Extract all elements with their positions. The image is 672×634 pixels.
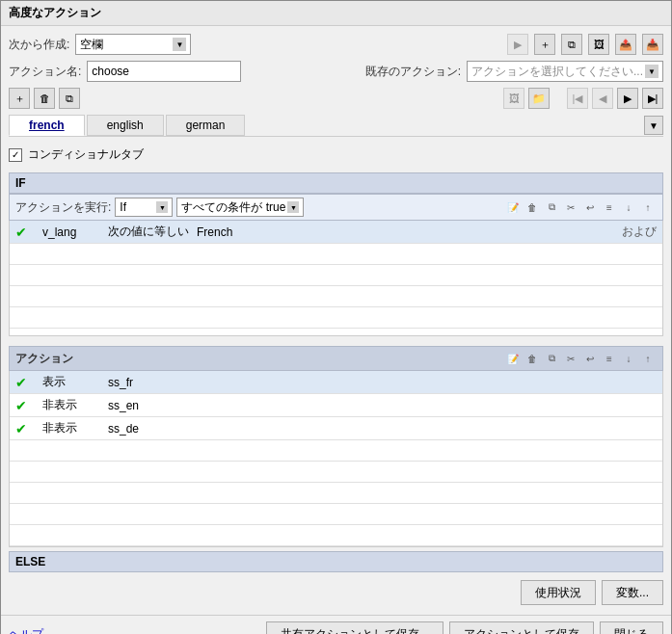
existing-action-select[interactable]: アクションを選択してください... ▼ [467, 61, 663, 82]
if-select-arrow[interactable]: ▼ [156, 201, 168, 213]
else-bar: ELSE [9, 551, 663, 572]
from-create-field: 次から作成: 空欄 ▼ [9, 34, 191, 55]
action-action-1: 非表示 [42, 397, 100, 413]
action-copy-icon[interactable]: ⧉ [543, 350, 560, 367]
usage-btn[interactable]: 使用状況 [521, 580, 596, 605]
tab-french[interactable]: french [9, 115, 85, 136]
action-up-icon[interactable]: ↑ [639, 350, 657, 367]
if-undo-icon[interactable]: ↩ [581, 198, 599, 216]
tab-english[interactable]: english [87, 115, 164, 136]
action-delete-icon[interactable]: 🗑 [524, 350, 541, 367]
top-right-icons: ▶ ＋ ⧉ 🖼 📤 📥 [507, 34, 663, 55]
if-cut-icon[interactable]: ✂ [562, 198, 579, 216]
variables-btn[interactable]: 変数... [602, 580, 663, 605]
action-header-row: アクション 📝 🗑 ⧉ ✂ ↩ ≡ ↓ ↑ [9, 346, 663, 371]
if-select[interactable]: If ▼ [115, 198, 173, 217]
action-check-1: ✔ [15, 398, 35, 413]
if-condition: 次の値に等しい [108, 224, 189, 240]
if-data-row: ✔ v_lang 次の値に等しい French および [10, 221, 662, 244]
if-empty-3 [10, 286, 662, 307]
add-icon-btn[interactable]: ＋ [534, 34, 555, 55]
tab-german[interactable]: german [166, 115, 246, 136]
play-icon-btn[interactable]: ▶ [507, 34, 528, 55]
action-check-0: ✔ [15, 375, 35, 390]
action-empty-4 [10, 504, 662, 525]
bottom-bar: ヘルプ... 共有アクションとして保存... アクションとして保存 閉じる [1, 615, 671, 634]
toolbar-row: ＋ 🗑 ⧉ 🖼 📁 |◀ ◀ ▶ ▶| [9, 88, 663, 109]
export-icon-btn[interactable]: 📤 [615, 34, 636, 55]
condition-select-arrow[interactable]: ▼ [287, 201, 299, 213]
add-toolbar-btn[interactable]: ＋ [9, 88, 30, 109]
save-shared-btn[interactable]: 共有アクションとして保存... [266, 621, 444, 634]
from-create-label: 次から作成: [9, 37, 69, 53]
action-indent-icon[interactable]: ≡ [601, 350, 618, 367]
action-empty-3 [10, 483, 662, 504]
toolbar-right: 🖼 📁 |◀ ◀ ▶ ▶| [503, 88, 663, 109]
if-header: IF [9, 172, 663, 194]
action-down-icon[interactable]: ↓ [620, 350, 637, 367]
existing-action-label: 既存のアクション: [365, 64, 461, 80]
tab-dropdown-arrow[interactable]: ▼ [644, 116, 663, 135]
if-check: ✔ [15, 225, 35, 240]
next-btn[interactable]: ▶ [617, 88, 638, 109]
action-cut-icon[interactable]: ✂ [562, 350, 579, 367]
if-field: v_lang [42, 225, 100, 239]
if-value: French [197, 225, 232, 239]
last-btn[interactable]: ▶| [642, 88, 663, 109]
action-row-2: ✔ 非表示 ss_de [10, 417, 662, 440]
action-row-1: ✔ 非表示 ss_en [10, 394, 662, 417]
if-add-icon[interactable]: 📝 [504, 198, 522, 216]
folder-toolbar-btn[interactable]: 📁 [528, 88, 550, 109]
save-btn[interactable]: アクションとして保存 [449, 621, 594, 634]
if-section: IF アクションを実行: If ▼ すべての条件が true ▼ 📝 🗑 ⧉ ✂ [9, 172, 663, 336]
content-area: 次から作成: 空欄 ▼ ▶ ＋ ⧉ 🖼 📤 📥 アクション名: 既存のアクション… [1, 26, 671, 615]
action-value-2: ss_de [108, 422, 139, 436]
action-add-icon[interactable]: 📝 [504, 350, 522, 367]
actions-label: アクション [15, 351, 73, 367]
action-value-1: ss_en [108, 399, 139, 412]
if-delete-icon[interactable]: 🗑 [524, 198, 541, 216]
img-icon-btn[interactable]: 🖼 [588, 34, 609, 55]
dialog: 高度なアクション 次から作成: 空欄 ▼ ▶ ＋ ⧉ 🖼 📤 📥 アクション名: [0, 0, 672, 634]
conditional-label: コンディショナルタブ [28, 146, 144, 163]
first-btn[interactable]: |◀ [567, 88, 588, 109]
action-action-2: 非表示 [42, 420, 100, 436]
if-copy-icon[interactable]: ⧉ [543, 198, 560, 216]
conditional-checkbox[interactable]: ✓ [9, 148, 22, 162]
action-config-row: アクションを実行: If ▼ すべての条件が true ▼ 📝 🗑 ⧉ ✂ ↩ … [9, 194, 663, 221]
close-btn[interactable]: 閉じる [600, 621, 663, 634]
if-row-icons: 📝 🗑 ⧉ ✂ ↩ ≡ ↓ ↑ [504, 198, 657, 216]
image-toolbar-btn[interactable]: 🖼 [503, 88, 524, 109]
action-empty-5 [10, 525, 662, 546]
action-action-0: 表示 [42, 374, 100, 390]
action-name-input[interactable] [87, 61, 241, 82]
if-empty-4 [10, 307, 662, 329]
from-create-value: 空欄 [80, 37, 171, 53]
if-up-icon[interactable]: ↑ [639, 198, 657, 216]
action-undo-icon[interactable]: ↩ [581, 350, 599, 367]
action-name-label: アクション名: [9, 64, 81, 80]
if-empty-1 [10, 244, 662, 265]
import-icon-btn[interactable]: 📥 [642, 34, 663, 55]
copy2-icon-btn[interactable]: ⧉ [561, 34, 582, 55]
title-bar: 高度なアクション [1, 1, 671, 26]
condition-select[interactable]: すべての条件が true ▼ [176, 198, 304, 217]
if-and-label: および [622, 224, 657, 240]
if-down-icon[interactable]: ↓ [620, 198, 637, 216]
from-create-arrow[interactable]: ▼ [173, 38, 186, 51]
duplicate-toolbar-btn[interactable]: ⧉ [59, 88, 80, 109]
if-indent-icon[interactable]: ≡ [601, 198, 618, 216]
existing-action-value: アクションを選択してください... [471, 64, 643, 80]
help-link[interactable]: ヘルプ... [9, 626, 53, 635]
tabs-row: french english german ▼ [9, 115, 663, 137]
top-fields-row: 次から作成: 空欄 ▼ ▶ ＋ ⧉ 🖼 📤 📥 [9, 34, 663, 55]
action-value-0: ss_fr [108, 376, 133, 389]
from-create-select[interactable]: 空欄 ▼ [75, 34, 191, 55]
delete-toolbar-btn[interactable]: 🗑 [34, 88, 55, 109]
action-empty-1 [10, 440, 662, 462]
existing-action-arrow[interactable]: ▼ [645, 65, 659, 78]
action-row-icons: 📝 🗑 ⧉ ✂ ↩ ≡ ↓ ↑ [504, 350, 657, 367]
prev-btn[interactable]: ◀ [592, 88, 613, 109]
action-section: アクション 📝 🗑 ⧉ ✂ ↩ ≡ ↓ ↑ ✔ 表示 ss_fr [9, 346, 663, 572]
action-row-0: ✔ 表示 ss_fr [10, 371, 662, 394]
